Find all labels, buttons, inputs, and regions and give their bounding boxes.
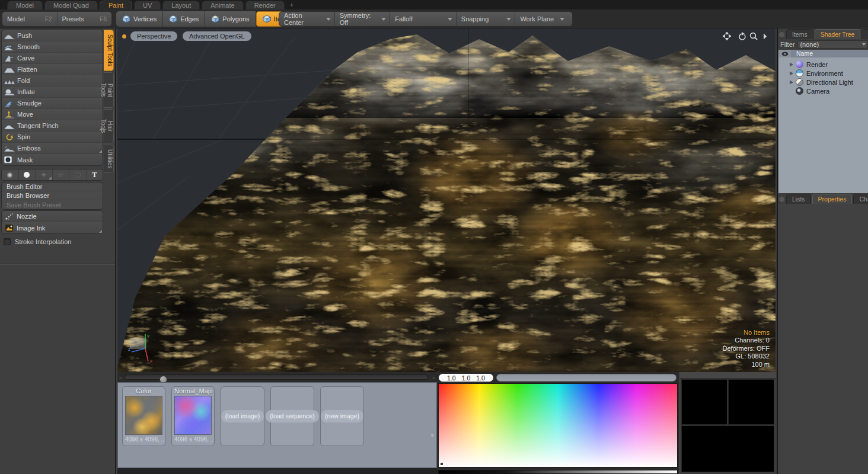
shader-tree: Name ▶ Render ▶ Environment ▶ Directiona… [778, 50, 868, 193]
tool-smooth[interactable]: Smooth [2, 41, 103, 53]
tree-item-directional-light[interactable]: ▶ Directional Light [778, 78, 868, 87]
tool-emboss[interactable]: Emboss [2, 143, 103, 154]
brush-browser-button[interactable]: Brush Browser [2, 191, 103, 200]
chevron-down-icon [560, 18, 564, 21]
tool-mask[interactable]: Mask [2, 154, 103, 165]
tab-properties[interactable]: Properties [812, 194, 853, 204]
shading-mode-selector[interactable]: Advanced OpenGL [183, 31, 251, 41]
load-image-button[interactable]: (load image) [221, 386, 264, 446]
luminance-bar[interactable] [438, 470, 678, 474]
scroll-right-icon[interactable]: ▹ [433, 375, 435, 380]
blue-value: 1.0 [476, 374, 485, 382]
text-brush-button[interactable]: T [87, 169, 103, 180]
tool-tangent-pinch[interactable]: Tangent Pinch [2, 120, 103, 132]
tree-item-render[interactable]: ▶ Render [778, 60, 868, 69]
mode-vertices-button[interactable]: Vertices [116, 11, 163, 27]
tab-channels[interactable]: Channels [853, 194, 868, 204]
smudge-icon [4, 100, 15, 107]
view-type-selector[interactable]: Perspective [130, 31, 177, 41]
tab-items[interactable]: Items [786, 29, 813, 39]
viewport-menu-dot[interactable] [122, 34, 126, 39]
load-sequence-button[interactable]: (load sequence) [270, 386, 314, 446]
tab-animate[interactable]: Animate [202, 1, 243, 9]
tool-label: Tangent Pinch [17, 122, 59, 129]
tool-push[interactable]: Push [2, 30, 103, 41]
mode-polygons-button[interactable]: Polygons [205, 11, 256, 27]
scroll-left-icon[interactable]: ◃ [119, 375, 122, 380]
tab-model[interactable]: Model [7, 1, 43, 9]
hue-saturation-field[interactable] [438, 383, 678, 467]
stroke-interpolation-checkbox[interactable] [4, 238, 11, 245]
tool-fold[interactable]: Fold [2, 75, 103, 87]
visibility-column-header[interactable] [778, 50, 792, 57]
tool-carve[interactable]: Carve [2, 53, 103, 64]
image-caption: 4096 x 4096, ... [123, 435, 165, 444]
expand-arrow-icon[interactable] [764, 34, 767, 40]
add-tab-button[interactable]: + [286, 1, 297, 9]
tab-layout[interactable]: Layout [162, 1, 200, 9]
properties-empty-area [778, 204, 868, 474]
snapping-dropdown[interactable]: Snapping [457, 12, 516, 26]
tab-groups[interactable]: Groups [861, 29, 868, 39]
action-center-dropdown[interactable]: Action Center [279, 12, 335, 26]
symmetry-dropdown[interactable]: Symmetry: Off [335, 12, 391, 26]
tab-utilities[interactable]: Utilities [104, 145, 114, 173]
panel-widget-icon[interactable] [779, 197, 784, 202]
panel-widget-icon[interactable] [779, 32, 784, 37]
tree-item-camera[interactable]: Camera [778, 87, 868, 95]
orbit-icon[interactable] [739, 32, 745, 40]
tab-paint-tools[interactable]: Paint Tools [104, 72, 114, 108]
image-card-normal-map[interactable]: Normal_Map 4096 x 4096, ... [171, 386, 215, 446]
tab-hair-tools[interactable]: Hair Tools [104, 109, 114, 143]
tab-lists[interactable]: Lists [786, 194, 811, 204]
image-list-panel: ◃ ▹ Color 4096 x 4096, ... Normal_Map 40… [117, 372, 437, 474]
zoom-icon[interactable] [751, 33, 757, 40]
tool-flatten[interactable]: Flatten [2, 64, 103, 75]
expand-arrow-icon[interactable]: ▶ [790, 71, 796, 76]
tool-smudge[interactable]: Smudge [2, 98, 103, 109]
background-color-swatch[interactable] [728, 379, 774, 425]
value-slider[interactable] [496, 374, 676, 382]
nozzle-button[interactable]: Nozzle [2, 211, 103, 222]
color-preview-swatch[interactable] [681, 425, 774, 472]
tab-shader-tree[interactable]: Shader Tree [815, 29, 861, 39]
mode-edges-button[interactable]: Edges [163, 11, 205, 27]
presets-button[interactable]: Presets F6 [58, 12, 112, 26]
scroll-track[interactable] [125, 374, 428, 380]
save-brush-preset-button[interactable]: Save Brush Preset [2, 200, 103, 209]
star-brush-button[interactable]: ☆ [53, 169, 70, 180]
pan-icon[interactable] [723, 32, 731, 40]
3d-viewport[interactable]: Perspective Advanced OpenGL No Items Cha… [117, 28, 776, 372]
tool-spin[interactable]: Spin [2, 132, 103, 143]
splat-brush-icon [40, 171, 47, 178]
new-image-button[interactable]: (new image) [320, 386, 364, 446]
model-layout-button[interactable]: Model F2 [2, 12, 58, 26]
image-card-color[interactable]: Color 4096 x 4096, ... [122, 386, 165, 446]
svg-text:x: x [150, 358, 152, 364]
rgb-value-display[interactable]: 1.0 1.0 1.0 [439, 374, 493, 382]
expand-arrow-icon[interactable]: ▶ [790, 62, 796, 67]
filter-dropdown[interactable]: (none) [797, 40, 868, 49]
name-column-header[interactable]: Name [792, 50, 868, 57]
brush-editor-button[interactable]: Brush Editor [2, 182, 103, 191]
image-ink-button[interactable]: Image Ink [2, 222, 103, 233]
chevron-down-icon [326, 18, 331, 21]
tree-item-environment[interactable]: ▶ Environment [778, 69, 868, 78]
tab-render[interactable]: Render [245, 1, 285, 9]
procedural-brush-button[interactable] [36, 169, 53, 180]
tab-model-quad[interactable]: Model Quad [44, 1, 98, 9]
tab-uv[interactable]: UV [134, 1, 161, 9]
tab-sculpt-tools[interactable]: Sculpt Tools [104, 30, 114, 71]
soft-brush-button[interactable] [2, 169, 19, 180]
falloff-dropdown[interactable]: Falloff [390, 12, 457, 26]
tool-label: Emboss [17, 145, 41, 152]
tab-paint[interactable]: Paint [100, 1, 132, 9]
tool-inflate[interactable]: Inflate [2, 87, 103, 98]
foreground-color-swatch[interactable] [681, 379, 727, 425]
dotted-brush-button[interactable] [69, 169, 87, 180]
hard-brush-button[interactable] [19, 169, 36, 180]
work-plane-dropdown[interactable]: Work Plane [515, 12, 572, 26]
panel-resize-handle[interactable] [431, 434, 434, 437]
expand-arrow-icon[interactable]: ▶ [790, 79, 796, 85]
tool-move[interactable]: Move [2, 109, 103, 120]
